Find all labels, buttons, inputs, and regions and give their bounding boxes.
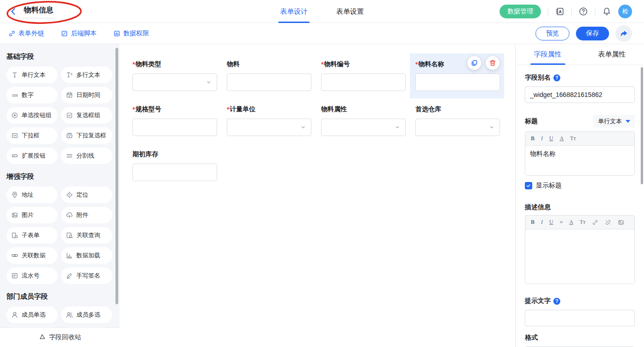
field-recycle-bin[interactable]: 字段回收站: [0, 327, 120, 347]
palette-item-number[interactable]: 123 数字: [6, 87, 58, 103]
palette-item-multi-line-text[interactable]: 多行文本: [61, 67, 112, 83]
canvas-field-opening-stock[interactable]: 期初库存: [127, 143, 221, 188]
dropdown-multi-icon: [66, 132, 73, 139]
recycle-icon: [39, 334, 46, 341]
palette-item-extension-button[interactable]: 扩展按钮: [6, 148, 58, 164]
canvas-field-material-name[interactable]: 物料名称: [410, 53, 504, 98]
properties-panel: 字段属性 表单属性 字段别名 ? 标题 单行文本 B I U: [515, 44, 644, 347]
form-external-link-button[interactable]: 表单外链: [8, 29, 44, 38]
show-title-label: 显示标题: [536, 182, 562, 190]
palette-item-image[interactable]: 图片: [6, 207, 58, 223]
bell-icon[interactable]: [602, 7, 611, 16]
image-icon: [11, 211, 18, 219]
format-label: 格式: [525, 334, 635, 342]
canvas-field-material-attr[interactable]: 物料属性: [316, 98, 410, 143]
field-label: 期初库存: [132, 150, 212, 159]
checkbox-icon: [66, 112, 73, 119]
form-title[interactable]: 物料信息: [23, 5, 55, 18]
canvas-field-material-type[interactable]: 物料类型: [127, 53, 221, 98]
backend-script-button[interactable]: 后端脚本: [61, 29, 97, 38]
palette-item-divider[interactable]: 分割线: [61, 148, 112, 164]
palette-item-subform[interactable]: 子表单: [6, 227, 58, 244]
font-size-icon[interactable]: Tᴛ: [580, 219, 586, 226]
palette-item-multi-select[interactable]: 下拉复选框: [61, 127, 112, 144]
help-icon[interactable]: ?: [553, 74, 560, 81]
image-icon[interactable]: [618, 219, 624, 226]
palette-item-location[interactable]: 定位: [61, 187, 112, 203]
palette-item-serial-number[interactable]: 流水号: [6, 267, 58, 284]
help-icon[interactable]: ?: [553, 298, 560, 305]
canvas-field-unit[interactable]: 计量单位: [221, 98, 316, 143]
link-icon[interactable]: [592, 219, 598, 226]
italic-icon[interactable]: I: [541, 219, 543, 226]
sidebar-scrollbar-thumb[interactable]: [115, 48, 118, 304]
avatar[interactable]: 检: [618, 5, 632, 18]
title-editor-body[interactable]: 物料名称: [525, 146, 634, 175]
serial-number-icon: [11, 272, 18, 279]
radio-icon: [11, 112, 18, 119]
palette-item-select[interactable]: 下拉框: [6, 127, 58, 144]
unlink-icon[interactable]: [605, 219, 611, 226]
bold-icon[interactable]: B: [531, 135, 535, 142]
palette-item-linked-query[interactable]: 关联查询: [61, 227, 112, 244]
palette-item-address[interactable]: 地址: [6, 187, 58, 203]
field-alias-input[interactable]: [525, 86, 635, 103]
opening-stock-input[interactable]: [132, 164, 217, 181]
preview-button[interactable]: 预览: [535, 27, 569, 40]
form-canvas[interactable]: 物料类型 物料 物料编号 物料名称: [120, 44, 515, 347]
palette-item-checkbox-group[interactable]: 复选框组: [61, 107, 112, 124]
canvas-field-material[interactable]: 物料: [221, 53, 316, 98]
canvas-field-material-code[interactable]: 物料编号: [316, 53, 410, 98]
palette-item-signature[interactable]: 手写签名: [61, 267, 112, 284]
palette-item-single-line-text[interactable]: 单行文本: [6, 67, 58, 83]
data-permission-button[interactable]: 数据权限: [113, 29, 149, 38]
help-icon[interactable]: [579, 7, 588, 16]
font-color-icon[interactable]: A: [569, 219, 573, 226]
contact-book-icon[interactable]: [555, 7, 564, 16]
palette-item-linked-data[interactable]: 关联数据: [6, 247, 58, 264]
material-code-input[interactable]: [321, 74, 406, 91]
share-button[interactable]: [615, 25, 632, 42]
material-name-input[interactable]: [415, 74, 500, 91]
delete-field-button[interactable]: [486, 56, 500, 70]
material-type-select[interactable]: [132, 74, 217, 91]
canvas-field-spec-model[interactable]: 规格型号: [127, 98, 221, 143]
tab-form-design[interactable]: 表单设计: [280, 0, 308, 23]
underline-icon[interactable]: U: [549, 219, 553, 226]
unit-select[interactable]: [227, 119, 311, 136]
spec-model-input[interactable]: [132, 119, 217, 136]
doc-search-icon: [66, 232, 73, 239]
panel-scrollbar-thumb[interactable]: [641, 67, 643, 184]
tab-form-properties[interactable]: 表单属性: [580, 44, 644, 65]
font-size-icon[interactable]: Tᴛ: [570, 135, 576, 142]
palette-item-member-single[interactable]: 成员单选: [6, 307, 58, 323]
field-label: 物料: [227, 60, 306, 69]
tab-form-settings[interactable]: 表单设置: [336, 0, 364, 23]
form-toolbar: 表单外链 后端脚本 数据权限 预览 保存: [0, 23, 644, 44]
title-type-dropdown[interactable]: 单行文本: [593, 115, 635, 128]
description-editor-body[interactable]: [525, 229, 634, 284]
font-color-icon[interactable]: A: [560, 135, 564, 142]
field-label: 计量单位: [227, 105, 306, 114]
copy-field-button[interactable]: [467, 56, 481, 70]
save-button[interactable]: 保存: [576, 27, 609, 40]
back-button[interactable]: [8, 6, 18, 17]
italic-icon[interactable]: I: [541, 135, 543, 142]
underline-icon[interactable]: U: [549, 135, 553, 142]
show-title-checkbox[interactable]: [525, 182, 532, 189]
canvas-field-preferred-warehouse[interactable]: 首选仓库: [410, 98, 504, 143]
hint-input[interactable]: [525, 310, 635, 326]
palette-item-datetime[interactable]: 日期时间: [61, 87, 112, 103]
pen-icon: [66, 272, 73, 279]
palette-item-member-multi[interactable]: 成员多选: [61, 307, 112, 323]
bold-icon[interactable]: B: [531, 219, 535, 226]
palette-item-attachment[interactable]: 附件: [61, 207, 112, 223]
tab-field-properties[interactable]: 字段属性: [516, 44, 580, 65]
material-input[interactable]: [227, 74, 311, 91]
palette-item-data-load[interactable]: 数据加载: [61, 247, 112, 264]
palette-item-radio-group[interactable]: 单选按钮组: [6, 107, 58, 124]
data-manage-button[interactable]: 数据管理: [500, 5, 541, 18]
align-icon[interactable]: ≡: [560, 219, 563, 226]
preferred-warehouse-select[interactable]: [415, 119, 500, 136]
material-attr-select[interactable]: [321, 119, 406, 136]
